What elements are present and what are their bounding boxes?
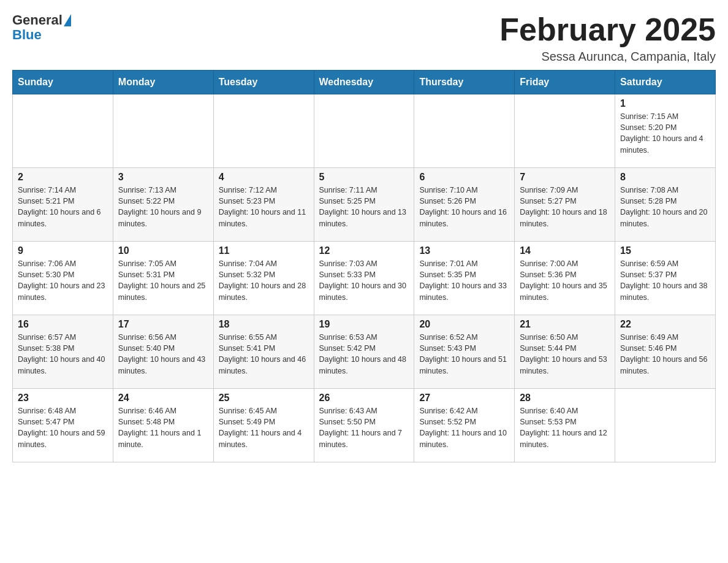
calendar-cell [314,94,414,168]
calendar-cell: 17Sunrise: 6:56 AMSunset: 5:40 PMDayligh… [113,315,213,389]
day-info: Sunrise: 7:12 AMSunset: 5:23 PMDaylight:… [219,185,309,229]
day-number: 4 [219,172,309,183]
calendar-table: SundayMondayTuesdayWednesdayThursdayFrid… [12,70,716,462]
day-info: Sunrise: 6:49 AMSunset: 5:46 PMDaylight:… [620,332,710,377]
calendar-cell [414,94,515,168]
location: Sessa Aurunca, Campania, Italy [499,50,716,64]
logo: General Blue [12,12,71,43]
calendar-cell: 16Sunrise: 6:57 AMSunset: 5:38 PMDayligh… [13,315,113,389]
logo-blue-text: Blue [12,27,42,43]
day-number: 10 [118,245,208,256]
month-title: February 2025 [499,12,716,47]
calendar-cell: 19Sunrise: 6:53 AMSunset: 5:42 PMDayligh… [314,315,414,389]
day-number: 18 [219,319,309,330]
logo-general-text: General [12,12,63,28]
day-info: Sunrise: 7:08 AMSunset: 5:28 PMDaylight:… [620,185,710,229]
day-number: 2 [18,172,108,183]
calendar-cell: 12Sunrise: 7:03 AMSunset: 5:33 PMDayligh… [314,242,414,315]
weekday-header-thursday: Thursday [414,71,515,94]
day-number: 14 [520,245,610,256]
calendar-cell: 22Sunrise: 6:49 AMSunset: 5:46 PMDayligh… [615,315,716,389]
day-info: Sunrise: 7:09 AMSunset: 5:27 PMDaylight:… [520,185,610,229]
day-number: 7 [520,172,610,183]
day-info: Sunrise: 7:05 AMSunset: 5:31 PMDaylight:… [118,258,208,303]
calendar-cell: 2Sunrise: 7:14 AMSunset: 5:21 PMDaylight… [13,168,113,242]
calendar-cell: 10Sunrise: 7:05 AMSunset: 5:31 PMDayligh… [113,242,213,315]
page-header: General Blue February 2025 Sessa Aurunca… [12,12,716,64]
week-row-4: 16Sunrise: 6:57 AMSunset: 5:38 PMDayligh… [13,315,716,389]
weekday-header-monday: Monday [113,71,213,94]
day-number: 12 [319,245,409,256]
day-number: 25 [219,393,309,404]
calendar-header: SundayMondayTuesdayWednesdayThursdayFrid… [13,71,716,94]
calendar-cell [13,94,113,168]
day-number: 8 [620,172,710,183]
calendar-cell: 7Sunrise: 7:09 AMSunset: 5:27 PMDaylight… [515,168,615,242]
calendar-cell [615,389,716,462]
calendar-cell: 23Sunrise: 6:48 AMSunset: 5:47 PMDayligh… [13,389,113,462]
day-info: Sunrise: 7:10 AMSunset: 5:26 PMDaylight:… [419,185,509,229]
weekday-header-saturday: Saturday [615,71,716,94]
day-info: Sunrise: 6:57 AMSunset: 5:38 PMDaylight:… [18,332,108,377]
day-number: 15 [620,245,710,256]
day-info: Sunrise: 6:45 AMSunset: 5:49 PMDaylight:… [219,405,309,450]
calendar-cell [515,94,615,168]
day-number: 3 [118,172,208,183]
week-row-5: 23Sunrise: 6:48 AMSunset: 5:47 PMDayligh… [13,389,716,462]
calendar-cell: 20Sunrise: 6:52 AMSunset: 5:43 PMDayligh… [414,315,515,389]
day-info: Sunrise: 6:55 AMSunset: 5:41 PMDaylight:… [219,332,309,377]
calendar-cell: 11Sunrise: 7:04 AMSunset: 5:32 PMDayligh… [213,242,314,315]
day-info: Sunrise: 7:03 AMSunset: 5:33 PMDaylight:… [319,258,409,303]
weekday-header-friday: Friday [515,71,615,94]
week-row-2: 2Sunrise: 7:14 AMSunset: 5:21 PMDaylight… [13,168,716,242]
calendar-cell: 1Sunrise: 7:15 AMSunset: 5:20 PMDaylight… [615,94,716,168]
day-info: Sunrise: 6:52 AMSunset: 5:43 PMDaylight:… [419,332,509,377]
weekday-header-row: SundayMondayTuesdayWednesdayThursdayFrid… [13,71,716,94]
week-row-1: 1Sunrise: 7:15 AMSunset: 5:20 PMDaylight… [13,94,716,168]
calendar-cell: 6Sunrise: 7:10 AMSunset: 5:26 PMDaylight… [414,168,515,242]
week-row-3: 9Sunrise: 7:06 AMSunset: 5:30 PMDaylight… [13,242,716,315]
day-info: Sunrise: 6:53 AMSunset: 5:42 PMDaylight:… [319,332,409,377]
calendar-cell: 27Sunrise: 6:42 AMSunset: 5:52 PMDayligh… [414,389,515,462]
day-number: 9 [18,245,108,256]
calendar-cell: 3Sunrise: 7:13 AMSunset: 5:22 PMDaylight… [113,168,213,242]
day-number: 17 [118,319,208,330]
calendar-cell: 9Sunrise: 7:06 AMSunset: 5:30 PMDaylight… [13,242,113,315]
calendar-cell: 26Sunrise: 6:43 AMSunset: 5:50 PMDayligh… [314,389,414,462]
calendar-cell: 28Sunrise: 6:40 AMSunset: 5:53 PMDayligh… [515,389,615,462]
calendar-cell: 25Sunrise: 6:45 AMSunset: 5:49 PMDayligh… [213,389,314,462]
calendar-cell: 24Sunrise: 6:46 AMSunset: 5:48 PMDayligh… [113,389,213,462]
day-number: 28 [520,393,610,404]
weekday-header-tuesday: Tuesday [213,71,314,94]
calendar-cell: 18Sunrise: 6:55 AMSunset: 5:41 PMDayligh… [213,315,314,389]
day-number: 6 [419,172,509,183]
day-info: Sunrise: 7:00 AMSunset: 5:36 PMDaylight:… [520,258,610,303]
day-number: 24 [118,393,208,404]
day-number: 20 [419,319,509,330]
day-number: 21 [520,319,610,330]
calendar-cell: 4Sunrise: 7:12 AMSunset: 5:23 PMDaylight… [213,168,314,242]
calendar-cell: 13Sunrise: 7:01 AMSunset: 5:35 PMDayligh… [414,242,515,315]
day-number: 22 [620,319,710,330]
calendar-cell: 15Sunrise: 6:59 AMSunset: 5:37 PMDayligh… [615,242,716,315]
weekday-header-wednesday: Wednesday [314,71,414,94]
day-info: Sunrise: 6:56 AMSunset: 5:40 PMDaylight:… [118,332,208,377]
day-info: Sunrise: 6:40 AMSunset: 5:53 PMDaylight:… [520,405,610,450]
day-info: Sunrise: 7:01 AMSunset: 5:35 PMDaylight:… [419,258,509,303]
day-number: 13 [419,245,509,256]
logo-top: General [12,12,71,28]
logo-triangle-icon [64,14,71,26]
day-number: 26 [319,393,409,404]
calendar-body: 1Sunrise: 7:15 AMSunset: 5:20 PMDaylight… [13,94,716,462]
calendar-cell: 8Sunrise: 7:08 AMSunset: 5:28 PMDaylight… [615,168,716,242]
day-number: 23 [18,393,108,404]
calendar-cell: 5Sunrise: 7:11 AMSunset: 5:25 PMDaylight… [314,168,414,242]
day-info: Sunrise: 7:11 AMSunset: 5:25 PMDaylight:… [319,185,409,229]
day-info: Sunrise: 6:46 AMSunset: 5:48 PMDaylight:… [118,405,208,450]
weekday-header-sunday: Sunday [13,71,113,94]
day-info: Sunrise: 6:43 AMSunset: 5:50 PMDaylight:… [319,405,409,450]
calendar-cell [113,94,213,168]
day-number: 16 [18,319,108,330]
title-block: February 2025 Sessa Aurunca, Campania, I… [499,12,716,64]
day-number: 27 [419,393,509,404]
